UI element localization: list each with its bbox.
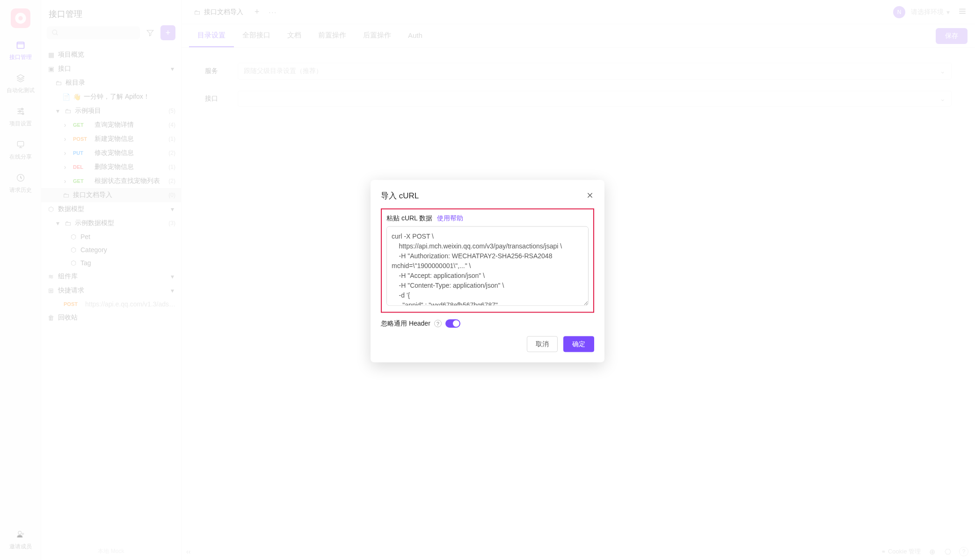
paste-label: 粘贴 cURL 数据 — [386, 214, 432, 221]
curl-textarea[interactable] — [386, 226, 589, 305]
ignore-header-toggle[interactable] — [445, 319, 460, 327]
close-icon — [586, 192, 594, 199]
ignore-header-option: 忽略通用 Header ? — [381, 319, 594, 327]
modal-title: 导入 cURL — [381, 190, 419, 201]
close-button[interactable] — [586, 191, 594, 200]
help-icon[interactable]: ? — [434, 320, 442, 327]
curl-input-section: 粘贴 cURL 数据 使用帮助 — [381, 208, 594, 313]
import-curl-modal: 导入 cURL 粘贴 cURL 数据 使用帮助 忽略通用 Header ? 取消… — [371, 180, 604, 362]
cancel-button[interactable]: 取消 — [527, 336, 558, 352]
option-label: 忽略通用 Header — [381, 319, 430, 327]
help-link[interactable]: 使用帮助 — [437, 214, 463, 221]
confirm-button[interactable]: 确定 — [563, 336, 594, 352]
